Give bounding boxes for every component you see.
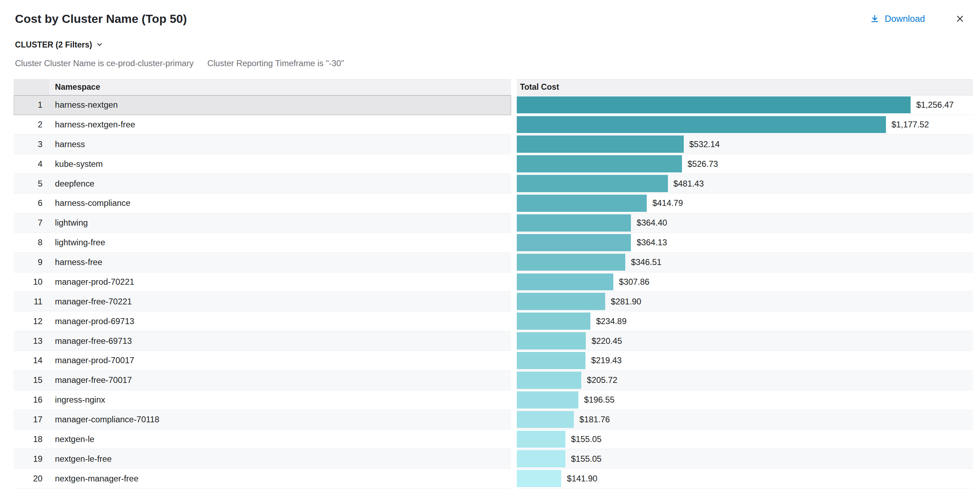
row-rank: 8 <box>14 233 49 252</box>
row-rank: 12 <box>14 311 49 331</box>
namespace-cell: lightwing <box>49 213 511 233</box>
cost-value: $532.14 <box>689 140 720 149</box>
namespace-row[interactable]: 8lightwing-free <box>14 233 511 253</box>
cost-bar <box>517 391 578 409</box>
download-button[interactable]: Download <box>866 13 929 25</box>
namespace-row[interactable]: 13manager-free-69713 <box>14 331 511 351</box>
cost-bar <box>517 431 565 448</box>
namespace-row[interactable]: 17manager-compliance-70118 <box>14 410 511 430</box>
namespace-cell: manager-prod-70017 <box>49 351 511 370</box>
cost-value: $364.40 <box>636 218 667 228</box>
total-cost-cell: $155.05 <box>517 449 973 469</box>
table-row: 1harness-nextgen$1,256.47 <box>14 95 973 115</box>
namespace-row[interactable]: 16ingress-nginx <box>14 390 511 410</box>
dialog-title: Cost by Cluster Name (Top 50) <box>15 12 187 26</box>
total-cost-cell: $364.40 <box>517 213 973 233</box>
cost-bar <box>517 155 682 173</box>
column-divider <box>511 115 517 135</box>
namespace-cell: harness-compliance <box>49 194 511 213</box>
table-row: 20nextgen-manager-free$141.90 <box>14 469 973 489</box>
header-actions: Download <box>866 12 966 25</box>
namespace-row[interactable]: 12manager-prod-69713 <box>14 311 511 331</box>
cost-bar <box>517 450 565 467</box>
total-cost-cell: $196.55 <box>517 390 973 410</box>
cost-bar <box>517 116 886 133</box>
table-row: 16ingress-nginx$196.55 <box>14 390 973 410</box>
cost-value: $281.90 <box>611 297 641 306</box>
column-divider <box>511 410 517 430</box>
namespace-row[interactable]: 3harness <box>14 135 511 154</box>
namespace-row[interactable]: 9harness-free <box>14 253 511 272</box>
row-rank: 9 <box>14 253 49 272</box>
namespace-row[interactable]: 7lightwing <box>14 213 511 233</box>
namespace-row[interactable]: 19nextgen-le-free <box>14 449 511 469</box>
close-icon <box>955 14 965 24</box>
namespace-row[interactable]: 11manager-free-70221 <box>14 292 511 311</box>
filter-reporting-timeframe: Cluster Reporting Timeframe is "-30" <box>207 59 344 68</box>
table-row: 4kube-system$526.73 <box>14 154 973 174</box>
cost-bar <box>517 352 585 369</box>
table-row: 14manager-prod-70017$219.43 <box>14 351 973 371</box>
row-rank: 19 <box>14 449 49 468</box>
filter-summary-label: CLUSTER (2 Filters) <box>15 40 92 50</box>
table-row: 19nextgen-le-free$155.05 <box>14 449 973 469</box>
namespace-column-header[interactable]: Namespace <box>49 79 511 95</box>
total-cost-cell: $155.05 <box>517 430 973 449</box>
namespace-row[interactable]: 2harness-nextgen-free <box>14 115 511 135</box>
cost-value: $526.73 <box>687 159 718 169</box>
column-divider <box>511 449 517 469</box>
row-rank: 20 <box>14 469 49 488</box>
namespace-cell: manager-free-70221 <box>49 292 511 311</box>
total-cost-cell: $234.89 <box>517 311 973 331</box>
total-cost-cell: $281.90 <box>517 292 973 311</box>
row-rank: 7 <box>14 213 49 233</box>
cost-bar <box>517 273 613 291</box>
close-button[interactable] <box>954 12 966 25</box>
cost-value: $205.72 <box>587 375 617 385</box>
cost-value: $196.55 <box>584 395 615 405</box>
total-cost-cell: $532.14 <box>517 135 973 154</box>
namespace-row[interactable]: 5deepfence <box>14 174 511 194</box>
namespace-row[interactable]: 20nextgen-manager-free <box>14 469 511 489</box>
column-divider <box>511 430 517 449</box>
namespace-row[interactable]: 10manager-prod-70221 <box>14 272 511 292</box>
cost-table: Namespace Total Cost 1harness-nextgen$1,… <box>14 79 973 489</box>
namespace-cell: deepfence <box>49 174 511 193</box>
namespace-row[interactable]: 4kube-system <box>14 154 511 174</box>
namespace-cell: manager-free-70017 <box>49 371 511 390</box>
table-row: 3harness$532.14 <box>14 135 973 154</box>
row-rank: 15 <box>14 371 49 390</box>
total-cost-cell: $526.73 <box>517 154 973 174</box>
total-cost-cell: $219.43 <box>517 351 973 371</box>
column-divider <box>511 79 517 95</box>
namespace-row[interactable]: 6harness-compliance <box>14 194 511 213</box>
column-divider <box>511 213 517 233</box>
namespace-cell: harness-free <box>49 253 511 272</box>
column-divider <box>511 390 517 410</box>
column-divider <box>511 194 517 213</box>
dialog-header: Cost by Cluster Name (Top 50) Download <box>0 0 980 27</box>
namespace-cell: nextgen-le-free <box>49 449 511 468</box>
column-divider <box>511 292 517 311</box>
row-rank: 17 <box>14 410 49 429</box>
row-rank: 14 <box>14 351 49 370</box>
namespace-row[interactable]: 15manager-free-70017 <box>14 371 511 390</box>
column-divider <box>511 351 517 371</box>
total-cost-column-header[interactable]: Total Cost <box>517 79 973 95</box>
total-cost-cell: $364.13 <box>517 233 973 253</box>
cluster-filters-dropdown[interactable]: CLUSTER (2 Filters) <box>15 40 103 50</box>
cost-value: $234.89 <box>596 316 627 326</box>
namespace-cell: ingress-nginx <box>49 390 511 409</box>
namespace-row[interactable]: 1harness-nextgen <box>14 95 511 115</box>
row-rank: 5 <box>14 174 49 193</box>
cost-bar <box>517 332 586 349</box>
cost-bar <box>517 313 590 330</box>
table-row: 5deepfence$481.43 <box>14 174 973 194</box>
table-row: 8lightwing-free$364.13 <box>14 233 973 253</box>
download-label: Download <box>885 14 925 24</box>
column-divider <box>511 174 517 194</box>
total-cost-cell: $346.51 <box>517 253 973 272</box>
cost-value: $1,256.47 <box>916 100 954 110</box>
namespace-row[interactable]: 14manager-prod-70017 <box>14 351 511 371</box>
namespace-row[interactable]: 18nextgen-le <box>14 430 511 449</box>
